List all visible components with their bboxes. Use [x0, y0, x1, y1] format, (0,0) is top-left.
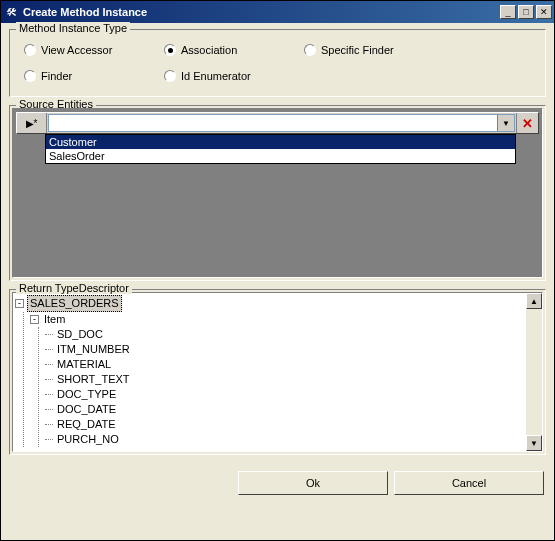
window-icon: 🛠 — [3, 4, 19, 20]
radio-circle-icon — [24, 44, 36, 56]
tree-leaf[interactable]: SD_DOC — [55, 327, 105, 342]
method-instance-type-group: Method Instance Type View Accessor Assoc… — [9, 29, 546, 97]
titlebar: 🛠 Create Method Instance _ □ ✕ — [1, 1, 554, 23]
radio-specific-finder[interactable]: Specific Finder — [304, 44, 444, 56]
window-title: Create Method Instance — [23, 6, 498, 18]
radio-label: Specific Finder — [321, 44, 394, 56]
source-entities-grid: ▶* ▼ ✕ Customer SalesOrder — [12, 108, 543, 278]
radio-circle-icon — [24, 70, 36, 82]
tree-leaf[interactable]: DOC_DATE — [55, 402, 118, 417]
tree-leaf[interactable]: ITM_NUMBER — [55, 342, 132, 357]
return-type-tree[interactable]: - SALES_ORDERS - Item SD_DOC ITM_NUMBER … — [13, 293, 526, 451]
chevron-down-icon[interactable]: ▼ — [497, 115, 514, 131]
row-indicator-icon[interactable]: ▶* — [17, 113, 47, 133]
radio-finder[interactable]: Finder — [24, 70, 164, 82]
radio-dot-icon — [168, 48, 173, 53]
return-type-group: Return TypeDescriptor - SALES_ORDERS - I… — [9, 289, 546, 455]
source-entities-group: Source Entities ▶* ▼ ✕ Customer SalesOrd… — [9, 105, 546, 281]
radio-id-enumerator[interactable]: Id Enumerator — [164, 70, 304, 82]
tree-leaf[interactable]: MATERIAL — [55, 357, 113, 372]
dropdown-item-salesorder[interactable]: SalesOrder — [46, 149, 515, 163]
ok-button[interactable]: Ok — [238, 471, 388, 495]
entity-combo[interactable]: ▼ — [48, 114, 515, 132]
tree-node-sales-orders[interactable]: SALES_ORDERS — [27, 295, 122, 312]
scroll-up-icon[interactable]: ▲ — [526, 293, 542, 309]
maximize-button[interactable]: □ — [518, 5, 534, 19]
cancel-button[interactable]: Cancel — [394, 471, 544, 495]
scroll-track[interactable] — [526, 309, 542, 435]
radio-circle-icon — [164, 70, 176, 82]
radio-label: Id Enumerator — [181, 70, 251, 82]
tree-scrollbar[interactable]: ▲ ▼ — [526, 293, 542, 451]
tree-node-item[interactable]: Item — [42, 312, 67, 327]
group-label: Method Instance Type — [16, 22, 130, 34]
radio-label: View Accessor — [41, 44, 112, 56]
tree-leaf[interactable]: PURCH_NO — [55, 432, 121, 447]
radio-view-accessor[interactable]: View Accessor — [24, 44, 164, 56]
tree-leaf[interactable]: REQ_DATE — [55, 417, 117, 432]
dropdown-item-customer[interactable]: Customer — [46, 135, 515, 149]
entity-dropdown: Customer SalesOrder — [45, 134, 516, 164]
close-button[interactable]: ✕ — [536, 5, 552, 19]
tree-leaf[interactable]: DOC_TYPE — [55, 387, 118, 402]
radio-circle-icon — [304, 44, 316, 56]
dialog-window: 🛠 Create Method Instance _ □ ✕ Method In… — [0, 0, 555, 541]
delete-row-button[interactable]: ✕ — [516, 113, 538, 133]
scroll-down-icon[interactable]: ▼ — [526, 435, 542, 451]
tree-leaf[interactable]: SHORT_TEXT — [55, 372, 132, 387]
group-label: Return TypeDescriptor — [16, 282, 132, 294]
tree-collapse-icon[interactable]: - — [15, 299, 24, 308]
minimize-button[interactable]: _ — [500, 5, 516, 19]
tree-collapse-icon[interactable]: - — [30, 315, 39, 324]
entity-combo-input[interactable] — [49, 115, 497, 131]
radio-label: Finder — [41, 70, 72, 82]
radio-circle-icon — [164, 44, 176, 56]
radio-label: Association — [181, 44, 237, 56]
radio-association[interactable]: Association — [164, 44, 304, 56]
